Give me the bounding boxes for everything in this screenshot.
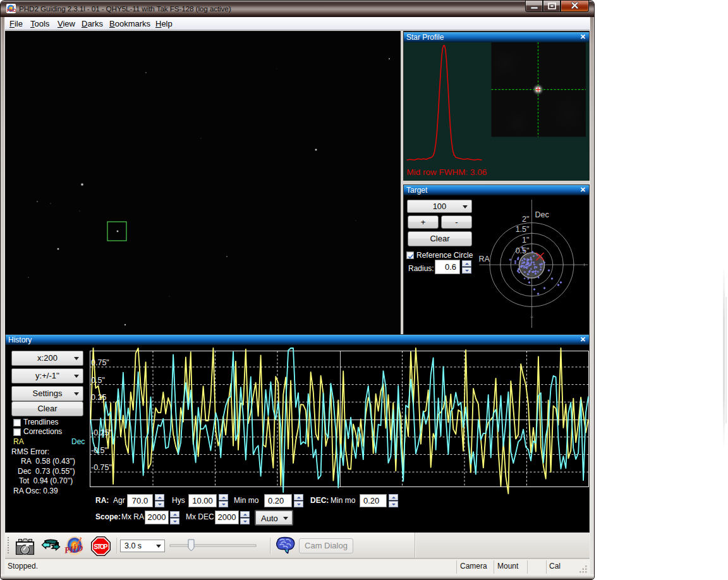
svg-text:1": 1" xyxy=(522,236,529,245)
svg-text:-0.5": -0.5" xyxy=(91,446,107,455)
svg-text:STOP: STOP xyxy=(94,543,108,550)
svg-text:0.5": 0.5" xyxy=(91,376,105,385)
svg-text:PHD: PHD xyxy=(64,543,83,555)
svg-text:-0.75": -0.75" xyxy=(91,463,112,472)
svg-text:RA: RA xyxy=(479,255,490,263)
svg-text:Dec: Dec xyxy=(535,210,549,219)
svg-text:2": 2" xyxy=(522,215,529,224)
svg-text:0.5": 0.5" xyxy=(516,246,530,255)
svg-text:0.75": 0.75" xyxy=(91,358,109,367)
svg-text:Mid row FWHM: 3.06: Mid row FWHM: 3.06 xyxy=(407,167,487,177)
svg-text:PHD: PHD xyxy=(7,8,16,13)
svg-text:1.5": 1.5" xyxy=(516,225,530,234)
svg-text:0.25: 0.25 xyxy=(91,393,106,402)
svg-text:-0.25": -0.25" xyxy=(91,428,112,437)
